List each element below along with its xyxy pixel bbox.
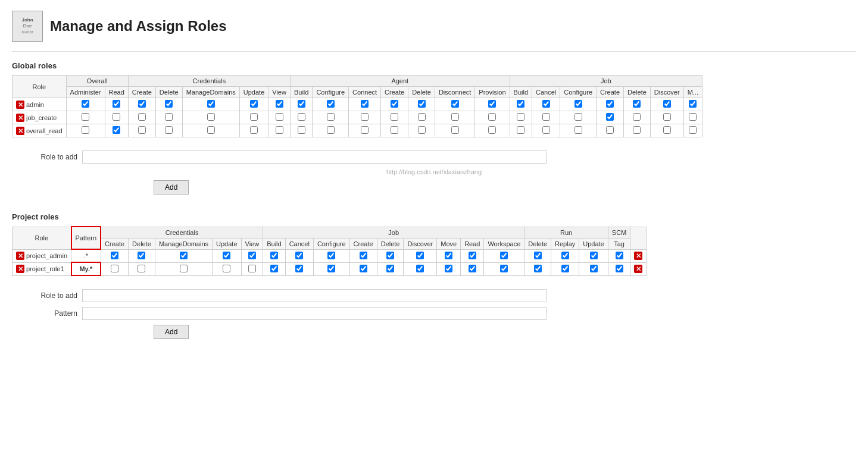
global-cred-checkbox[interactable]: [165, 126, 173, 134]
project-cred-checkbox[interactable]: [248, 265, 256, 272]
global-overall-checkbox[interactable]: [82, 126, 89, 134]
project-job-checkbox[interactable]: [360, 252, 367, 259]
project-job-checkbox[interactable]: [327, 265, 335, 272]
project-job-checkbox[interactable]: [295, 265, 303, 272]
global-job-checkbox[interactable]: [574, 113, 582, 121]
global-job-checkbox[interactable]: [574, 100, 582, 108]
global-job-checkbox[interactable]: [517, 113, 524, 121]
global-agent-checkbox[interactable]: [488, 126, 496, 134]
global-agent-checkbox[interactable]: [418, 100, 426, 108]
delete-role-icon[interactable]: ✕: [16, 114, 24, 122]
global-job-checkbox[interactable]: [663, 100, 671, 108]
project-run-checkbox[interactable]: [590, 252, 598, 259]
global-job-checkbox[interactable]: [542, 100, 550, 108]
global-cred-checkbox[interactable]: [207, 100, 215, 108]
project-job-checkbox[interactable]: [416, 265, 424, 272]
global-agent-checkbox[interactable]: [327, 126, 335, 134]
global-add-button[interactable]: Add: [154, 180, 189, 195]
global-overall-checkbox[interactable]: [113, 126, 120, 134]
project-cred-checkbox[interactable]: [180, 265, 188, 272]
global-job-checkbox[interactable]: [633, 126, 641, 134]
project-run-checkbox[interactable]: [534, 252, 542, 259]
global-job-checkbox[interactable]: [517, 100, 524, 108]
project-scm-checkbox[interactable]: [616, 265, 623, 272]
global-agent-checkbox[interactable]: [451, 113, 459, 121]
global-agent-checkbox[interactable]: [391, 126, 398, 134]
global-overall-checkbox[interactable]: [82, 100, 89, 108]
delete-project-row-icon[interactable]: ✕: [634, 252, 642, 260]
global-agent-checkbox[interactable]: [418, 113, 426, 121]
project-job-checkbox[interactable]: [270, 265, 278, 272]
project-cred-checkbox[interactable]: [180, 252, 188, 259]
global-cred-checkbox[interactable]: [276, 126, 283, 134]
global-agent-checkbox[interactable]: [488, 100, 496, 108]
global-agent-checkbox[interactable]: [327, 113, 335, 121]
project-cred-checkbox[interactable]: [111, 252, 118, 259]
global-cred-checkbox[interactable]: [250, 100, 258, 108]
project-job-checkbox[interactable]: [500, 265, 508, 272]
project-cred-checkbox[interactable]: [138, 265, 145, 272]
global-agent-checkbox[interactable]: [361, 113, 369, 121]
global-job-checkbox[interactable]: [633, 113, 641, 121]
global-agent-checkbox[interactable]: [451, 100, 459, 108]
delete-role-icon[interactable]: ✕: [16, 101, 24, 109]
project-pattern-input[interactable]: [82, 307, 547, 320]
global-agent-checkbox[interactable]: [391, 100, 398, 108]
project-job-checkbox[interactable]: [445, 265, 452, 272]
delete-proj-role-icon[interactable]: ✕: [16, 252, 24, 260]
global-job-checkbox[interactable]: [542, 113, 550, 121]
project-run-checkbox[interactable]: [590, 265, 598, 272]
global-job-checkbox[interactable]: [689, 126, 697, 134]
global-cred-checkbox[interactable]: [250, 113, 258, 121]
global-job-checkbox[interactable]: [663, 126, 671, 134]
project-cred-checkbox[interactable]: [111, 265, 118, 272]
global-job-checkbox[interactable]: [606, 126, 614, 134]
project-cred-checkbox[interactable]: [223, 252, 230, 259]
project-job-checkbox[interactable]: [386, 265, 394, 272]
global-role-to-add-input[interactable]: [82, 150, 547, 164]
global-cred-checkbox[interactable]: [165, 113, 173, 121]
global-agent-checkbox[interactable]: [361, 100, 369, 108]
global-agent-checkbox[interactable]: [361, 126, 369, 134]
project-role-to-add-input[interactable]: [82, 289, 547, 302]
global-job-checkbox[interactable]: [633, 100, 641, 108]
project-job-checkbox[interactable]: [327, 252, 335, 259]
delete-project-row-icon[interactable]: ✕: [634, 265, 642, 273]
global-agent-checkbox[interactable]: [391, 113, 398, 121]
global-cred-checkbox[interactable]: [276, 100, 283, 108]
project-add-button[interactable]: Add: [154, 325, 189, 339]
project-cred-checkbox[interactable]: [248, 252, 256, 259]
project-job-checkbox[interactable]: [295, 252, 303, 259]
global-cred-checkbox[interactable]: [207, 126, 215, 134]
global-overall-checkbox[interactable]: [113, 100, 120, 108]
project-job-checkbox[interactable]: [469, 265, 476, 272]
global-agent-checkbox[interactable]: [418, 126, 426, 134]
project-job-checkbox[interactable]: [469, 252, 476, 259]
project-job-checkbox[interactable]: [445, 252, 452, 259]
global-overall-checkbox[interactable]: [82, 113, 89, 121]
global-job-checkbox[interactable]: [689, 100, 697, 108]
global-job-checkbox[interactable]: [606, 100, 614, 108]
delete-proj-role-icon[interactable]: ✕: [16, 265, 24, 273]
global-agent-checkbox[interactable]: [298, 113, 305, 121]
global-cred-checkbox[interactable]: [207, 113, 215, 121]
global-job-checkbox[interactable]: [574, 126, 582, 134]
project-run-checkbox[interactable]: [561, 252, 569, 259]
project-job-checkbox[interactable]: [270, 252, 278, 259]
project-cred-checkbox[interactable]: [223, 265, 230, 272]
project-job-checkbox[interactable]: [500, 252, 508, 259]
global-cred-checkbox[interactable]: [138, 113, 146, 121]
global-job-checkbox[interactable]: [542, 126, 550, 134]
project-job-checkbox[interactable]: [416, 252, 424, 259]
global-agent-checkbox[interactable]: [298, 126, 305, 134]
project-job-checkbox[interactable]: [386, 252, 394, 259]
global-job-checkbox[interactable]: [663, 113, 671, 121]
project-run-checkbox[interactable]: [561, 265, 569, 272]
global-job-checkbox[interactable]: [606, 113, 614, 121]
project-job-checkbox[interactable]: [360, 265, 367, 272]
global-agent-checkbox[interactable]: [451, 126, 459, 134]
global-cred-checkbox[interactable]: [250, 126, 258, 134]
project-cred-checkbox[interactable]: [138, 252, 145, 259]
global-agent-checkbox[interactable]: [298, 100, 305, 108]
global-job-checkbox[interactable]: [689, 113, 697, 121]
